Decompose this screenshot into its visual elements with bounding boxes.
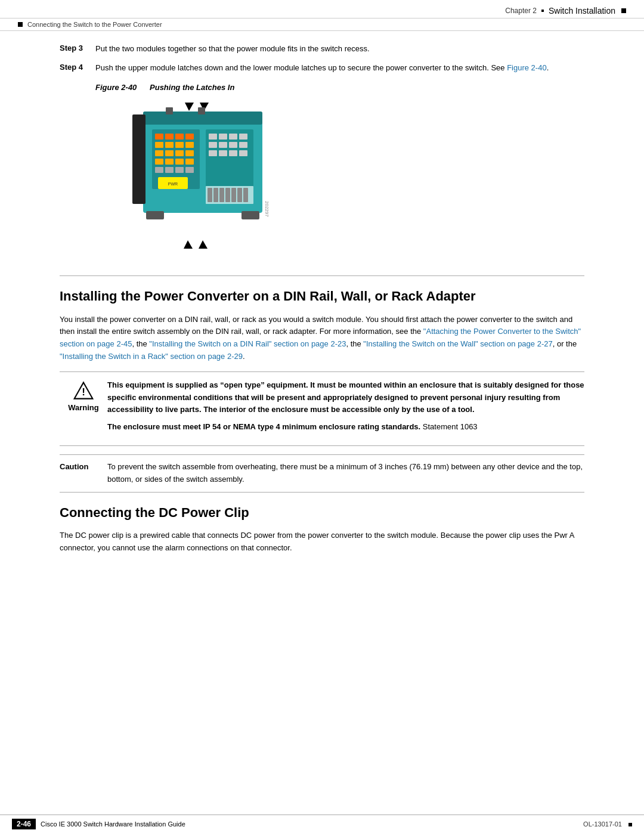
- svg-rect-21: [185, 159, 194, 165]
- svg-rect-4: [132, 114, 145, 204]
- step-4-text: Push the upper module latches down and t…: [95, 62, 584, 74]
- section1-link2[interactable]: "Installing the Switch on a DIN Rail" se…: [149, 339, 346, 348]
- warning-icon-col: ! Warning: [60, 379, 107, 412]
- figure-container: Figure 2-40 Pushing the Latches In: [95, 83, 584, 264]
- svg-rect-43: [225, 188, 230, 202]
- step-4-label: Step 4: [60, 62, 95, 72]
- svg-rect-10: [155, 142, 163, 148]
- svg-rect-34: [239, 142, 247, 148]
- svg-rect-40: [208, 188, 212, 202]
- page-number-badge: 2-46: [12, 819, 36, 829]
- warning-body: This equipment is supplied as “open type…: [107, 379, 584, 416]
- svg-rect-28: [219, 134, 227, 140]
- svg-rect-32: [219, 142, 227, 148]
- section1-link4[interactable]: "Installing the Switch in a Rack" sectio…: [60, 352, 243, 361]
- header-section: Switch Installation: [549, 6, 615, 16]
- step-4-row: Step 4 Push the upper module latches dow…: [60, 62, 584, 74]
- step-4-text-before: Push the upper module latches down and t…: [95, 63, 505, 72]
- footer-right: OL-13017-01: [583, 820, 632, 828]
- svg-rect-27: [209, 134, 217, 140]
- figure-caption: Figure 2-40 Pushing the Latches In: [95, 83, 584, 92]
- section1-text4: , or the: [553, 339, 577, 348]
- svg-rect-38: [239, 150, 247, 156]
- svg-text:!: !: [82, 386, 85, 398]
- figure-number: Figure 2-40: [95, 83, 137, 92]
- breadcrumb-square-icon: [18, 22, 23, 27]
- svg-rect-15: [165, 150, 174, 156]
- svg-rect-33: [229, 142, 237, 148]
- breadcrumb-text: Connecting the Switch to the Power Conve…: [27, 21, 162, 28]
- step-3-label: Step 3: [60, 43, 95, 52]
- page-footer: 2-46 Cisco IE 3000 Switch Hardware Insta…: [0, 815, 644, 833]
- section1-text3: , the: [346, 339, 361, 348]
- svg-rect-12: [175, 142, 184, 148]
- warning-block: ! Warning This equipment is supplied as …: [60, 371, 584, 446]
- svg-rect-46: [243, 188, 248, 202]
- svg-rect-25: [185, 167, 194, 173]
- svg-rect-49: [166, 107, 173, 114]
- header-square-icon: [621, 8, 626, 13]
- svg-rect-18: [155, 159, 163, 165]
- svg-rect-44: [231, 188, 236, 202]
- section1-heading: Installing the Power Converter on a DIN …: [60, 288, 584, 305]
- svg-rect-16: [175, 150, 184, 156]
- svg-rect-30: [239, 134, 247, 140]
- svg-rect-36: [219, 150, 227, 156]
- svg-rect-51: [146, 211, 164, 219]
- svg-rect-8: [175, 134, 184, 140]
- svg-marker-0: [185, 103, 194, 111]
- figure-2-40-link[interactable]: Figure 2-40: [507, 63, 546, 72]
- footer-doc-title: Cisco IE 3000 Switch Hardware Installati…: [41, 820, 185, 828]
- section-divider-1: [60, 275, 584, 276]
- svg-rect-19: [165, 159, 174, 165]
- svg-rect-9: [185, 134, 194, 140]
- svg-rect-17: [185, 150, 194, 156]
- footer-left: 2-46 Cisco IE 3000 Switch Hardware Insta…: [12, 819, 185, 829]
- caution-label-col: Caution: [60, 461, 107, 471]
- svg-rect-20: [175, 159, 184, 165]
- section2-body: The DC power clip is a prewired cable th…: [60, 529, 584, 555]
- step-3-row: Step 3 Put the two modules together so t…: [60, 43, 584, 55]
- svg-rect-13: [185, 142, 194, 148]
- warning-statement-bold: The enclosure must meet IP 54 or NEMA ty…: [107, 422, 420, 431]
- warning-statement-normal: Statement 1063: [420, 422, 477, 431]
- figure-title: Pushing the Latches In: [150, 83, 234, 92]
- svg-rect-52: [242, 211, 259, 219]
- svg-text:202297: 202297: [264, 201, 270, 217]
- section1-body: You install the power converter on a DIN…: [60, 314, 584, 363]
- section1-text5: .: [243, 352, 245, 361]
- section2-heading: Connecting the DC Power Clip: [60, 504, 584, 522]
- breadcrumb-bar: Connecting the Switch to the Power Conve…: [0, 18, 644, 31]
- svg-rect-35: [209, 150, 217, 156]
- svg-rect-7: [165, 134, 174, 140]
- footer-square-icon: [628, 823, 632, 826]
- header-separator: [541, 10, 544, 12]
- svg-marker-54: [199, 240, 208, 249]
- caution-text: To prevent the switch assemble from over…: [107, 462, 583, 484]
- warning-body-bold: This equipment is supplied as “open type…: [107, 380, 584, 414]
- header-chapter: Chapter 2: [505, 7, 537, 15]
- svg-rect-37: [229, 150, 237, 156]
- svg-rect-42: [219, 188, 224, 202]
- caution-label: Caution: [60, 462, 88, 471]
- svg-rect-45: [237, 188, 242, 202]
- warning-label: Warning: [68, 403, 99, 412]
- figure-image: PWR 202297: [107, 97, 298, 264]
- svg-text:PWR: PWR: [168, 182, 178, 186]
- step-3-text: Put the two modules together so that the…: [95, 43, 584, 55]
- warning-content: This equipment is supplied as “open type…: [107, 379, 584, 438]
- footer-doc-number: OL-13017-01: [583, 820, 622, 828]
- step-4-text-after: .: [547, 63, 549, 72]
- section1-link3[interactable]: "Installing the Switch on the Wall" sect…: [363, 339, 552, 348]
- svg-rect-14: [155, 150, 163, 156]
- svg-rect-11: [165, 142, 174, 148]
- svg-rect-6: [155, 134, 163, 140]
- svg-rect-50: [198, 107, 205, 114]
- svg-marker-53: [184, 240, 193, 249]
- warning-triangle-icon: !: [73, 380, 94, 401]
- warning-statement: The enclosure must meet IP 54 or NEMA ty…: [107, 421, 584, 433]
- caution-block: Caution To prevent the switch assemble f…: [60, 454, 584, 493]
- main-content: Step 3 Put the two modules together so t…: [0, 31, 644, 575]
- svg-rect-22: [155, 167, 163, 173]
- svg-rect-24: [175, 167, 184, 173]
